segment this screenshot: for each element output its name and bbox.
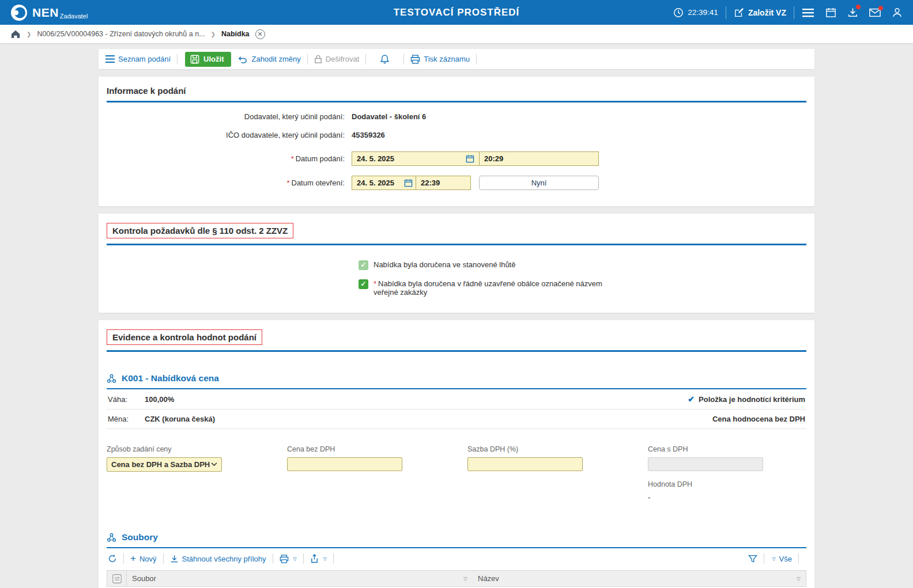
download-all-button[interactable]: Stáhnout všechny přílohy — [170, 555, 266, 563]
ico-value: 45359326 — [352, 131, 385, 139]
messages-button[interactable] — [869, 8, 881, 17]
section-title: Informace k podání — [107, 86, 186, 96]
checkbox-sealed-envelope-label: *Nabídka byla doručena v řádně uzavřené … — [373, 279, 604, 297]
highlight-box: Kontrola požadavků dle § 110 odst. 2 ZZV… — [107, 223, 293, 238]
opening-date-field[interactable]: 24. 5. 2025 — [352, 176, 416, 190]
printer-icon — [410, 55, 420, 64]
column-settings-button[interactable] — [107, 571, 127, 586]
weight-label: Váha: — [108, 395, 145, 404]
opening-date-value[interactable]: 24. 5. 2025 — [357, 179, 404, 187]
create-vz-button[interactable]: Založit VZ — [734, 7, 786, 18]
refresh-button[interactable] — [108, 554, 117, 563]
now-button[interactable]: Nyní — [479, 176, 599, 190]
discard-changes-label: Zahodit změny — [251, 55, 300, 63]
close-tab-icon[interactable]: ✕ — [255, 29, 265, 39]
app-name: NEN — [32, 6, 59, 19]
save-button[interactable]: Uložit — [185, 52, 231, 67]
files-table-header: Soubor ▽ Název ▽ — [107, 570, 806, 587]
weight-row: Váha: 100,00% ✔ Položka je hodnotící kri… — [107, 389, 806, 409]
column-header-name[interactable]: Název ▽ — [473, 571, 806, 586]
filter-dropdown-icon[interactable]: ▽ — [463, 576, 467, 582]
files-toolbar: + Nový Stáhnout všechny přílohy ▽ — [107, 548, 806, 568]
section-title: Evidence a kontrola hodnot podání — [112, 332, 256, 342]
price-mode-label: Způsob zadání ceny — [107, 445, 265, 453]
required-mark: * — [291, 154, 294, 163]
filter-button[interactable] — [748, 555, 757, 563]
criterion-icon — [107, 374, 116, 384]
hamburger-icon — [802, 7, 814, 18]
print-record-button[interactable]: Tisk záznamu — [410, 55, 470, 64]
new-file-button[interactable]: + Nový — [130, 555, 157, 563]
refresh-icon — [108, 554, 117, 563]
highlight-box: Evidence a kontrola hodnot podání — [107, 329, 262, 345]
price-mode-value: Cena bez DPH a Sazba DPH — [111, 460, 210, 469]
list-of-submissions-button[interactable]: Seznam podání — [105, 55, 171, 63]
vat-rate-label: Sazba DPH (%) — [467, 445, 626, 453]
vat-value: - — [648, 493, 806, 502]
submission-time-value[interactable]: 20:29 — [484, 154, 503, 163]
filter-dropdown-icon[interactable]: ▽ — [797, 576, 801, 582]
user-profile-button[interactable] — [892, 7, 903, 18]
decrypt-button: Dešifrovat — [314, 55, 360, 63]
user-icon — [892, 7, 903, 18]
top-header: NENZadavatel TESTOVACÍ PROSTŘEDÍ 22:39:4… — [0, 0, 913, 25]
main-menu-button[interactable] — [802, 7, 814, 18]
files-icon — [107, 533, 116, 543]
divider — [764, 553, 764, 564]
calendar-nav-button[interactable] — [825, 7, 836, 18]
home-button[interactable] — [10, 29, 21, 39]
submission-date-field[interactable]: 24. 5. 2025 — [352, 151, 480, 166]
opening-time-field[interactable]: 22:39 — [416, 176, 471, 190]
check-icon: ✔ — [688, 394, 695, 404]
vat-rate-input[interactable] — [467, 457, 583, 471]
checkbox-sealed-envelope[interactable]: ✓ — [359, 279, 368, 289]
main-content: Seznam podání Uložit Zahodit změny De — [99, 49, 814, 588]
price-with-vat-label: Cena s DPH — [648, 445, 806, 453]
undo-icon — [238, 55, 248, 63]
view-all-label: Vše — [779, 555, 792, 563]
column-header-file-label: Soubor — [132, 574, 156, 583]
section-title: Kontrola požadavků dle § 110 odst. 2 ZZV… — [112, 226, 288, 236]
save-icon — [190, 55, 199, 64]
chevron-down-icon: ▽ — [772, 556, 775, 562]
filter-funnel-icon — [748, 555, 757, 563]
currency-value: CZK (koruna česká) — [145, 415, 215, 423]
submission-date-value[interactable]: 24. 5. 2025 — [357, 154, 466, 163]
price-mode-select[interactable]: Cena bez DPH a Sazba DPH — [107, 457, 222, 472]
checkbox-delivered-on-time-label: Nabídka byla doručena ve stanovené lhůtě — [373, 260, 515, 269]
downloads-button[interactable] — [847, 7, 858, 18]
opening-time-value[interactable]: 22:39 — [421, 179, 440, 187]
vat-note: Cena hodnocena bez DPH — [712, 415, 805, 423]
divider — [177, 54, 178, 65]
submission-time-field[interactable]: 20:29 — [479, 151, 599, 166]
chevron-down-icon: ▽ — [293, 556, 297, 562]
record-toolbar: Seznam podání Uložit Zahodit změny De — [99, 49, 814, 69]
divider — [403, 54, 404, 65]
required-mark: * — [286, 179, 289, 187]
discard-changes-button[interactable]: Zahodit změny — [238, 55, 300, 63]
notification-badge — [878, 6, 883, 10]
print-files-button[interactable]: ▽ — [280, 555, 297, 563]
view-all-dropdown[interactable]: ▽ Vše — [771, 555, 792, 563]
download-all-label: Stáhnout všechny přílohy — [182, 555, 266, 563]
section-values-evidence: Evidence a kontrola hodnot podání K001 -… — [99, 320, 814, 588]
calendar-icon — [825, 7, 836, 18]
nen-logo[interactable]: NENZadavatel — [10, 4, 88, 21]
column-settings-icon — [112, 574, 122, 583]
export-files-button[interactable]: ▽ — [310, 554, 327, 563]
divider — [333, 553, 334, 564]
chevron-right-icon: ❯ — [27, 31, 31, 37]
session-clock: 22:39:41 — [673, 7, 718, 18]
list-of-submissions-label: Seznam podání — [118, 55, 171, 63]
notifications-button[interactable] — [372, 54, 397, 64]
column-header-file[interactable]: Soubor ▽ — [127, 571, 473, 586]
calendar-icon[interactable] — [404, 179, 413, 187]
checkbox-delivered-on-time: ✓ — [359, 260, 368, 270]
price-with-vat-field-group: Cena s DPH Hodnota DPH - — [648, 445, 806, 502]
price-no-vat-input[interactable] — [287, 457, 402, 471]
breadcrumb-procurement[interactable]: N006/25/V00004963 - Zřízení datových okr… — [37, 30, 205, 38]
calendar-icon[interactable] — [466, 154, 474, 163]
chevron-right-icon: ❯ — [211, 31, 216, 37]
divider — [123, 553, 124, 564]
chevron-down-icon: ▽ — [323, 556, 327, 562]
